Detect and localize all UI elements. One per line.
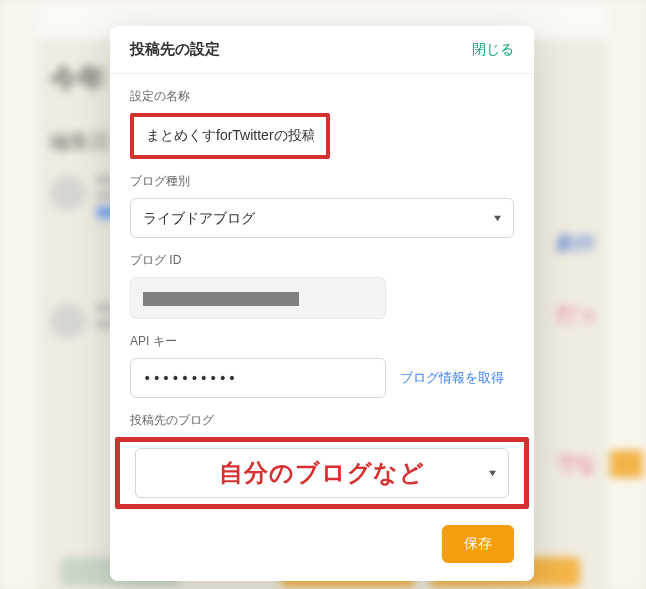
- post-destination-modal: 投稿先の設定 閉じる 設定の名称 ブログ種別 ライブドアブログ ブログ ID: [110, 26, 534, 581]
- api-key-input[interactable]: [130, 358, 386, 398]
- field-blog-type: ブログ種別 ライブドアブログ: [130, 173, 514, 238]
- dest-blog-highlight: 自分のブログなど: [115, 437, 529, 509]
- field-blog-id: ブログ ID: [130, 252, 514, 319]
- blog-id-redacted: [143, 292, 299, 306]
- blog-type-label: ブログ種別: [130, 173, 514, 190]
- setting-name-input[interactable]: [134, 117, 326, 155]
- api-key-label: API キー: [130, 333, 514, 350]
- modal-title: 投稿先の設定: [130, 40, 220, 59]
- setting-name-highlight: [130, 113, 330, 159]
- save-button[interactable]: 保存: [442, 525, 514, 563]
- blog-id-input[interactable]: [130, 277, 386, 319]
- setting-name-label: 設定の名称: [130, 88, 514, 105]
- dest-blog-select[interactable]: 自分のブログなど: [135, 448, 509, 498]
- blog-id-label: ブログ ID: [130, 252, 514, 269]
- modal-header: 投稿先の設定 閉じる: [110, 26, 534, 74]
- blog-type-select[interactable]: ライブドアブログ: [130, 198, 514, 238]
- field-api-key: API キー ブログ情報を取得: [130, 333, 514, 398]
- get-blog-info-link[interactable]: ブログ情報を取得: [400, 369, 504, 387]
- field-dest-blog: 投稿先のブログ 自分のブログなど: [130, 412, 514, 509]
- modal-body: 設定の名称 ブログ種別 ライブドアブログ ブログ ID API キー ブロ: [110, 74, 534, 509]
- close-button[interactable]: 閉じる: [472, 41, 514, 59]
- field-setting-name: 設定の名称: [130, 88, 514, 159]
- dest-blog-annotation: 自分のブログなど: [148, 457, 496, 489]
- modal-footer: 保存: [110, 509, 534, 563]
- dest-blog-label: 投稿先のブログ: [130, 412, 514, 429]
